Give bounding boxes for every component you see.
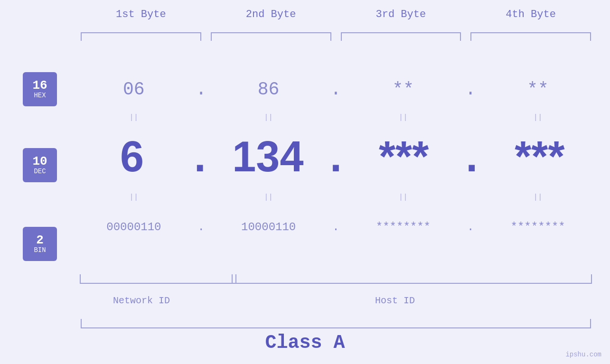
hex-val-3: ** (346, 79, 461, 100)
byte-label-1: 1st Byte (76, 9, 206, 20)
dec-dot-3: . (460, 135, 484, 178)
network-id-label: Network ID (113, 295, 170, 306)
bin-row: 00000110 . 10000110 . ******** . *******… (76, 208, 596, 246)
hex-val-4: ** (480, 79, 596, 100)
dec-val-4: *** (484, 132, 596, 181)
hex-badge-text: HEX (34, 92, 46, 100)
hex-val-2: 86 (211, 79, 327, 100)
bin-dot-1: . (192, 221, 211, 233)
byte-label-2: 2nd Byte (206, 9, 336, 20)
bracket-all (76, 319, 596, 328)
hex-dot-3: . (461, 79, 480, 100)
hex-val-1: 06 (76, 79, 192, 100)
dec-val-3: *** (348, 132, 460, 181)
hex-badge: 16 HEX (23, 72, 57, 106)
dec-val-2: 134 (212, 132, 324, 181)
bin-badge-num: 2 (36, 234, 44, 246)
bin-dot-3: . (461, 221, 480, 233)
hex-badge-num: 16 (32, 79, 47, 92)
bracket-top-3 (341, 32, 461, 41)
bin-dot-2: . (327, 221, 346, 233)
brackets-top (76, 32, 596, 41)
dec-badge-text: DEC (34, 168, 46, 176)
bracket-top-4 (470, 32, 591, 41)
dec-val-1: 6 (76, 132, 188, 181)
byte-labels: 1st Byte 2nd Byte 3rd Byte 4th Byte (76, 9, 596, 20)
bin-val-2: 10000110 (211, 221, 327, 233)
bin-val-1: 00000110 (76, 221, 192, 233)
class-label: Class A (0, 332, 610, 354)
bracket-top-1 (81, 32, 201, 41)
dec-badge-num: 10 (32, 155, 47, 168)
equals-row-1: || || || || (76, 109, 596, 126)
dec-row: 6 . 134 . *** . *** (76, 126, 596, 187)
hex-dot-1: . (192, 79, 211, 100)
page-container: 1st Byte 2nd Byte 3rd Byte 4th Byte 16 H… (0, 0, 610, 364)
watermark: ipshu.com (565, 351, 601, 358)
bin-badge-text: BIN (34, 246, 46, 254)
hex-row: 06 . 86 . ** . ** (76, 70, 596, 108)
bin-val-3: ******** (346, 221, 461, 233)
bracket-host-id (232, 274, 592, 284)
equals-row-2: || || || || (76, 189, 596, 206)
bin-val-4: ******** (480, 221, 596, 233)
bracket-network-id (80, 274, 236, 284)
hex-dot-2: . (327, 79, 346, 100)
dec-badge: 10 DEC (23, 148, 57, 182)
host-id-label: Host ID (375, 295, 415, 306)
dec-dot-2: . (324, 135, 348, 178)
byte-label-4: 4th Byte (466, 9, 596, 20)
dec-dot-1: . (188, 135, 212, 178)
bracket-top-2 (211, 32, 331, 41)
bin-badge: 2 BIN (23, 227, 57, 261)
byte-label-3: 3rd Byte (336, 9, 466, 20)
